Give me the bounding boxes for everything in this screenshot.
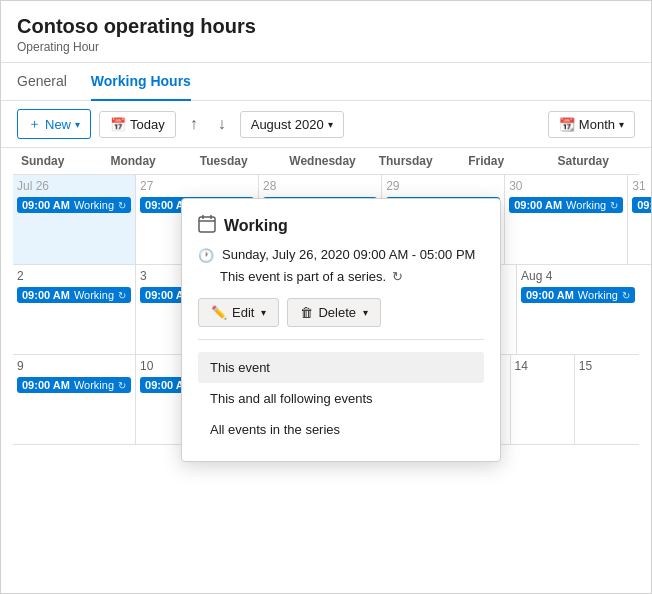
popup-datetime: Sunday, July 26, 2020 09:00 AM - 05:00 P… bbox=[222, 247, 475, 262]
day-cell-14[interactable]: 14 bbox=[511, 355, 575, 445]
refresh-icon: ↻ bbox=[118, 290, 126, 301]
day-number: 27 bbox=[140, 179, 254, 193]
day-header-mon: Monday bbox=[102, 148, 191, 175]
day-number: 15 bbox=[579, 359, 635, 373]
dropdown-menu: This event This and all following events… bbox=[198, 352, 484, 445]
refresh-icon: ↻ bbox=[392, 269, 403, 284]
app-subtitle: Operating Hour bbox=[17, 40, 635, 54]
day-number: Jul 26 bbox=[17, 179, 131, 193]
day-cell-31[interactable]: 31 09:00 AM Working ↻ bbox=[628, 175, 652, 265]
dropdown-item-all[interactable]: All events in the series bbox=[198, 414, 484, 445]
day-number: 29 bbox=[386, 179, 500, 193]
day-cell-30[interactable]: 30 09:00 AM Working ↻ bbox=[505, 175, 628, 265]
edit-icon: ✏️ bbox=[211, 305, 227, 320]
day-number: 31 bbox=[632, 179, 652, 193]
day-number: 30 bbox=[509, 179, 623, 193]
event-badge[interactable]: 09:00 AM Working ↻ bbox=[17, 197, 131, 213]
day-cell-2[interactable]: 2 09:00 AM Working ↻ bbox=[13, 265, 136, 355]
plus-icon: ＋ bbox=[28, 115, 41, 133]
day-header-thu: Thursday bbox=[371, 148, 460, 175]
calendar-area: Sunday Monday Tuesday Wednesday Thursday… bbox=[1, 148, 651, 445]
toolbar: ＋ New ▾ 📅 Today ↑ ↓ August 2020 ▾ 📆 Mont… bbox=[1, 101, 651, 148]
chevron-down-icon: ▾ bbox=[328, 119, 333, 130]
popup-title-row: Working bbox=[198, 215, 484, 237]
day-cell-jul26[interactable]: Jul 26 09:00 AM Working ↻ bbox=[13, 175, 136, 265]
clock-icon: 🕐 bbox=[198, 248, 214, 263]
prev-button[interactable]: ↑ bbox=[184, 111, 204, 137]
tab-general[interactable]: General bbox=[17, 63, 67, 101]
chevron-down-icon: ▾ bbox=[75, 119, 80, 130]
tab-bar: General Working Hours bbox=[1, 63, 651, 101]
day-cell-aug4[interactable]: Aug 4 09:00 AM Working ↻ bbox=[517, 265, 639, 355]
day-header-fri: Friday bbox=[460, 148, 549, 175]
today-button[interactable]: 📅 Today bbox=[99, 111, 176, 138]
day-cell-15[interactable]: 15 bbox=[575, 355, 639, 445]
refresh-icon: ↻ bbox=[622, 290, 630, 301]
event-badge[interactable]: 09:00 AM Working ↻ bbox=[521, 287, 635, 303]
day-header-sat: Saturday bbox=[550, 148, 639, 175]
day-number: 9 bbox=[17, 359, 131, 373]
app-header: Contoso operating hours Operating Hour bbox=[1, 1, 651, 63]
event-popup: Working 🕐 Sunday, July 26, 2020 09:00 AM… bbox=[181, 198, 501, 462]
view-selector-button[interactable]: 📆 Month ▾ bbox=[548, 111, 635, 138]
month-period-button[interactable]: August 2020 ▾ bbox=[240, 111, 344, 138]
day-header-wed: Wednesday bbox=[281, 148, 370, 175]
svg-rect-0 bbox=[199, 217, 215, 232]
day-headers: Sunday Monday Tuesday Wednesday Thursday… bbox=[13, 148, 639, 175]
refresh-icon: ↻ bbox=[610, 200, 618, 211]
delete-icon: 🗑 bbox=[300, 305, 313, 320]
day-number: 2 bbox=[17, 269, 131, 283]
day-number: Aug 4 bbox=[521, 269, 635, 283]
delete-button[interactable]: 🗑 Delete ▾ bbox=[287, 298, 381, 327]
next-button[interactable]: ↓ bbox=[212, 111, 232, 137]
refresh-icon: ↻ bbox=[118, 200, 126, 211]
day-number: 14 bbox=[515, 359, 570, 373]
new-button[interactable]: ＋ New ▾ bbox=[17, 109, 91, 139]
chevron-down-icon: ▾ bbox=[261, 307, 266, 318]
chevron-down-icon: ▾ bbox=[619, 119, 624, 130]
dropdown-item-following[interactable]: This and all following events bbox=[198, 383, 484, 414]
calendar-view-icon: 📆 bbox=[559, 117, 575, 132]
event-badge[interactable]: 09:00 AM Working ↻ bbox=[17, 287, 131, 303]
chevron-down-icon: ▾ bbox=[363, 307, 368, 318]
event-badge[interactable]: 09:00 AM Working ↻ bbox=[17, 377, 131, 393]
refresh-icon: ↻ bbox=[118, 380, 126, 391]
popup-datetime-row: 🕐 Sunday, July 26, 2020 09:00 AM - 05:00… bbox=[198, 247, 484, 263]
day-cell-9[interactable]: 9 09:00 AM Working ↻ bbox=[13, 355, 136, 445]
day-number: 28 bbox=[263, 179, 377, 193]
edit-button[interactable]: ✏️ Edit ▾ bbox=[198, 298, 279, 327]
popup-title: Working bbox=[224, 217, 288, 235]
calendar-popup-icon bbox=[198, 215, 216, 237]
tab-working-hours[interactable]: Working Hours bbox=[91, 63, 191, 101]
day-header-sun: Sunday bbox=[13, 148, 102, 175]
popup-actions: ✏️ Edit ▾ 🗑 Delete ▾ bbox=[198, 298, 484, 340]
popup-series-text: This event is part of a series. bbox=[220, 269, 386, 284]
app-title: Contoso operating hours bbox=[17, 15, 635, 38]
event-badge[interactable]: 09:00 AM Working ↻ bbox=[509, 197, 623, 213]
day-header-tue: Tuesday bbox=[192, 148, 281, 175]
calendar-icon: 📅 bbox=[110, 117, 126, 132]
event-badge[interactable]: 09:00 AM Working ↻ bbox=[632, 197, 652, 213]
popup-series-row: This event is part of a series. ↻ bbox=[198, 269, 484, 284]
dropdown-item-this-event[interactable]: This event bbox=[198, 352, 484, 383]
